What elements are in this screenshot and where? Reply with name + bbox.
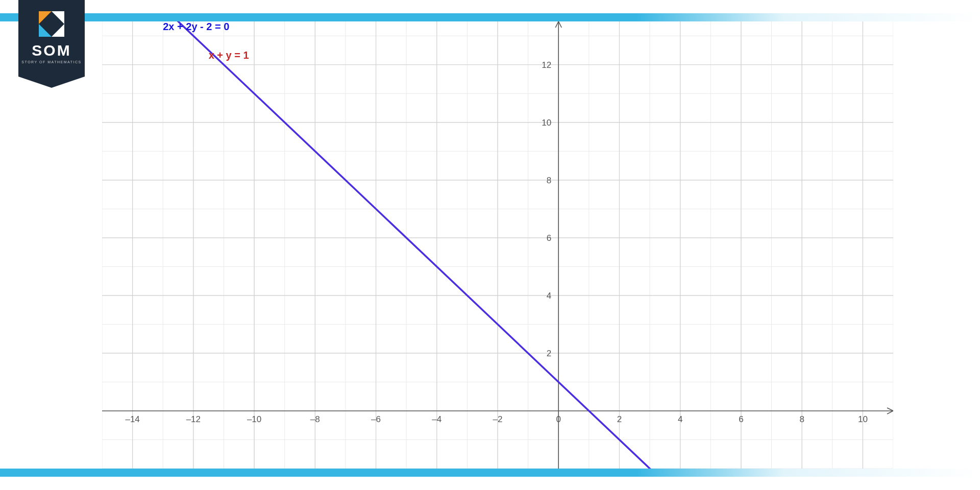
svg-text:2: 2 [547,349,551,358]
svg-text:–10: –10 [247,414,261,424]
svg-text:–8: –8 [310,414,320,424]
tick-labels: –14–12–10–8–6–4–2024681024681012 [125,60,867,424]
svg-text:4: 4 [678,414,682,424]
decor-top-bar [0,13,980,21]
svg-text:6: 6 [547,233,551,243]
svg-text:6: 6 [739,414,743,424]
chart-container: –14–12–10–8–6–4–20246810246810122x + 2y … [102,21,893,469]
major-grid [102,21,893,469]
equation-label-1: x + y = 1 [209,50,249,61]
svg-text:10: 10 [542,118,551,128]
svg-text:8: 8 [547,176,551,185]
svg-text:–6: –6 [371,414,381,424]
logo-subtitle: STORY OF MATHEMATICS [18,60,85,64]
svg-text:10: 10 [858,414,868,424]
logo-icon [39,11,64,37]
svg-text:0: 0 [556,414,560,424]
svg-text:–12: –12 [186,414,201,424]
decor-bottom-bar [0,469,980,477]
logo-badge: SOM STORY OF MATHEMATICS [18,0,85,77]
svg-text:–14: –14 [125,414,139,424]
equation-label-0: 2x + 2y - 2 = 0 [163,21,229,32]
svg-text:–4: –4 [432,414,442,424]
svg-text:12: 12 [542,60,551,70]
svg-text:8: 8 [799,414,804,424]
chart-svg: –14–12–10–8–6–4–20246810246810122x + 2y … [102,21,893,469]
svg-text:–2: –2 [493,414,503,424]
svg-text:2: 2 [617,414,622,424]
svg-text:4: 4 [547,291,551,301]
logo-title: SOM [18,42,85,59]
